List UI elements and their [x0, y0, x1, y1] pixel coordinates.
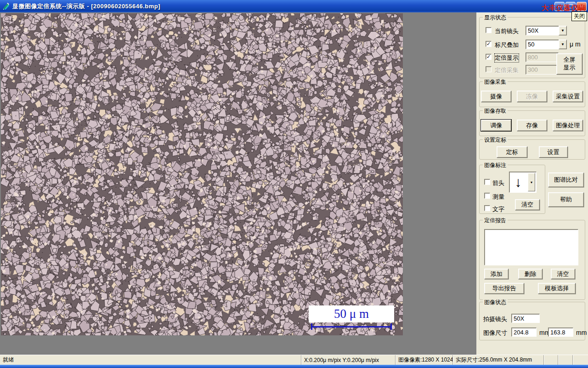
close-button[interactable]: × [577, 2, 587, 11]
label-measure: 测量 [492, 193, 504, 201]
combobox-current-lens-value: 50X [526, 26, 559, 35]
check-icon: ✓ [486, 54, 491, 59]
arrow-style-combobox[interactable]: ↓ ▼ [509, 172, 537, 193]
combobox-current-lens[interactable]: 50X ▼ [526, 26, 567, 35]
window-title: 显微图像定倍系统--演示版 - [20090602055646.bmp] [12, 2, 160, 11]
fullscreen-button-label: 全屏显示 [563, 56, 577, 72]
label-shoot-lens: 拍摄镜头 [483, 315, 507, 323]
group-image-status: 图像状态 拍摄镜头 50X 图像尺寸 204.8 mm 163.8 mm [479, 302, 585, 340]
label-fixed-mag-capture: 定倍采集 [495, 66, 519, 75]
group-image-capture: 图像采集 摄像 冻像 采集设置 [479, 81, 585, 107]
image-process-button[interactable]: 图像处理 [553, 120, 583, 131]
scale-bar-label-box: 50 μ m [309, 305, 394, 322]
report-listbox[interactable] [484, 229, 578, 265]
label-fixed-mag-display: 定倍显示 [495, 54, 519, 62]
label-current-lens: 当前镜头 [495, 27, 519, 35]
status-actual-size: 实际尺寸:256.0mm X 204.8mm [453, 355, 544, 365]
close-tooltip: 关闭 [571, 12, 587, 21]
checkbox-text[interactable] [484, 205, 490, 211]
group-annotation: 图像标注 箭头 测量 文字 ↓ ▼ 清空 [479, 165, 545, 214]
group-image-storage-title: 图像存取 [483, 107, 508, 115]
window-controls: – ❐ × [554, 2, 587, 11]
calibrate-button[interactable]: 定标 [497, 146, 527, 158]
freeze-button: 冻像 [517, 91, 547, 102]
help-button[interactable]: 帮助 [548, 192, 584, 207]
arrow-down-icon: ↓ [509, 172, 527, 192]
save-image-button[interactable]: 存像 [517, 120, 547, 131]
group-annotation-title: 图像标注 [483, 161, 508, 169]
group-calibration: 设置定标 定标 设置 [479, 139, 585, 160]
status-ready: 就绪 [0, 355, 301, 365]
group-image-status-title: 图像状态 [483, 299, 508, 306]
group-report-title: 定倍报告 [483, 217, 508, 224]
combobox-ruler-value[interactable]: 50 ▼ [526, 40, 567, 49]
input-fixed-mag-display: 800 [526, 52, 559, 62]
checkbox-fixed-mag-capture [486, 66, 492, 72]
checkbox-measure[interactable] [484, 193, 490, 199]
scale-bar-text: 50 μ m [334, 307, 369, 321]
taskbar-edge [0, 365, 588, 368]
status-empty-1 [544, 355, 558, 365]
combobox-arrow-icon[interactable]: ▼ [559, 26, 567, 35]
check-icon: ✓ [486, 41, 491, 46]
group-display-status: 显示状态 当前镜头 50X ▼ ✓ 标尺叠加 50 ▼ μ m ✓ 定倍显示 8… [479, 17, 585, 78]
capture-settings-button[interactable]: 采集设置 [553, 91, 583, 102]
label-ruler-overlay: 标尺叠加 [495, 41, 519, 49]
workspace: 50 μ m [0, 12, 476, 355]
field-image-width[interactable]: 204.8 [511, 328, 537, 337]
title-bar: 显微图像定倍系统--演示版 - [20090602055646.bmp] [0, 0, 588, 12]
load-image-button[interactable]: 调像 [481, 120, 511, 131]
checkbox-arrow[interactable] [484, 179, 490, 185]
report-add-button[interactable]: 添加 [484, 269, 509, 279]
export-report-button[interactable]: 导出报告 [484, 283, 524, 294]
group-image-capture-title: 图像采集 [483, 78, 508, 86]
field-shoot-lens[interactable]: 50X [511, 314, 540, 323]
app-icon [2, 2, 10, 10]
checkbox-ruler-overlay[interactable]: ✓ [486, 41, 492, 47]
combobox-arrow-icon[interactable]: ▼ [528, 173, 535, 191]
input-fixed-mag-capture: 300 [526, 65, 559, 75]
group-image-storage: 图像存取 调像 存像 图像处理 [479, 110, 585, 136]
combobox-arrow-icon[interactable]: ▼ [559, 40, 567, 49]
field-image-height[interactable]: 163.8 [548, 328, 573, 337]
fullscreen-button[interactable]: 全屏显示 [556, 53, 582, 75]
group-report: 定倍报告 添加 删除 清空 导出报告 模板选择 [479, 220, 585, 300]
group-display-status-title: 显示状态 [483, 14, 508, 22]
camera-button[interactable]: 摄像 [481, 91, 511, 102]
template-select-button[interactable]: 模板选择 [538, 283, 576, 294]
control-panel: 显示状态 当前镜头 50X ▼ ✓ 标尺叠加 50 ▼ μ m ✓ 定倍显示 8… [476, 12, 588, 355]
status-empty-2 [558, 355, 573, 365]
micrograph-image[interactable] [1, 13, 403, 335]
scale-bar-line [311, 326, 391, 328]
combobox-ruler-value-text: 50 [526, 40, 559, 49]
label-text: 文字 [492, 205, 504, 213]
restore-button[interactable]: ❐ [565, 2, 576, 11]
checkbox-fixed-mag-display[interactable]: ✓ [486, 54, 492, 60]
checkbox-current-lens[interactable] [486, 27, 492, 33]
status-image-pixels: 图像像素:1280 X 1024 [396, 355, 453, 365]
status-pixel-scale: X:0.200μ m/pix Y:0.200μ m/pix [301, 355, 396, 365]
unit-mm-height: mm [576, 329, 587, 336]
scale-bar-tick-left [311, 323, 312, 330]
atlas-compare-button[interactable]: 图谱比对 [548, 172, 584, 187]
report-clear-button[interactable]: 清空 [551, 269, 575, 279]
calibration-settings-button[interactable]: 设置 [539, 146, 568, 158]
status-empty-3 [573, 355, 588, 365]
group-calibration-title: 设置定标 [483, 136, 508, 144]
annotation-clear-button[interactable]: 清空 [515, 199, 540, 210]
scale-bar-tick-right [390, 323, 392, 330]
status-bar: 就绪 X:0.200μ m/pix Y:0.200μ m/pix 图像像素:12… [0, 355, 588, 365]
unit-micrometer: μ m [570, 40, 581, 48]
report-delete-button[interactable]: 删除 [518, 269, 543, 279]
minimize-button[interactable]: – [554, 2, 565, 11]
label-arrow: 箭头 [492, 179, 504, 187]
label-image-size: 图像尺寸 [483, 329, 507, 337]
